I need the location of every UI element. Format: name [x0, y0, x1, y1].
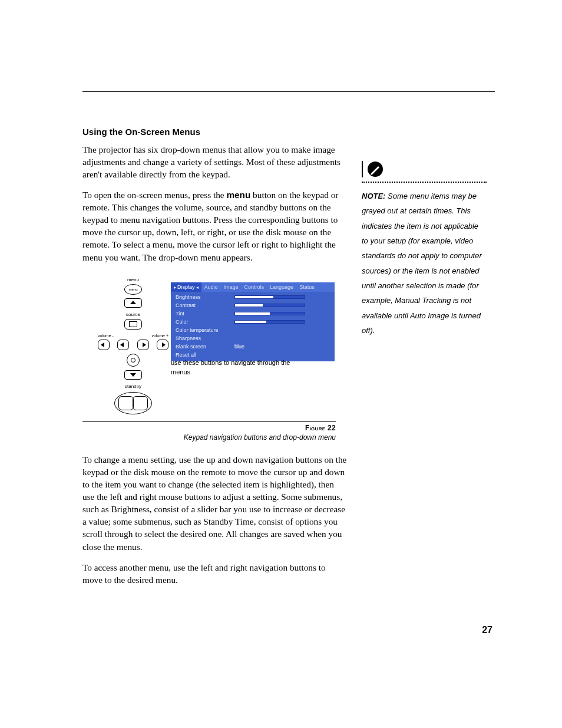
- slider-icon: [234, 295, 305, 299]
- center-button-icon: [127, 354, 140, 367]
- keypad-illustration: menu menu source volume - volume +: [98, 276, 168, 415]
- dotted-rule: [362, 182, 487, 183]
- down-button-icon: [124, 370, 142, 380]
- source-button-icon: [124, 319, 142, 330]
- figure-nav-note: use these buttons to navigate through th…: [171, 358, 300, 377]
- para2-a: To open the on-screen menus, press the: [82, 190, 226, 200]
- label-vol-minus: volume -: [98, 333, 114, 339]
- label-source: source: [98, 311, 168, 318]
- figure-22: menu menu source volume - volume +: [82, 276, 336, 418]
- note-text: NOTE: Some menu items may be grayed out …: [362, 189, 487, 338]
- main-column: Using the On-Screen Menus The projector …: [82, 126, 348, 594]
- osd-row-tint: Tint: [171, 309, 335, 318]
- vol-minus-button-icon: [117, 340, 129, 350]
- paragraph-1: The projector has six drop-down menus th…: [82, 143, 348, 180]
- note-body: Some menu items may be grayed out at cer…: [362, 192, 482, 335]
- left-button-icon: [98, 340, 110, 350]
- right-button-icon: [157, 340, 168, 350]
- osd-row-blank: Blank screen blue: [171, 342, 335, 351]
- osd-row-colortemp: Color temperature: [171, 326, 335, 334]
- pencil-circle-icon: [366, 160, 384, 178]
- side-column: NOTE: Some menu items may be grayed out …: [362, 160, 487, 338]
- osd-body: Brightness Contrast Tint Color: [171, 292, 335, 361]
- osd-tab-display: Display: [171, 282, 201, 292]
- note-bar-icon: [362, 161, 363, 177]
- vol-plus-button-icon: [137, 340, 149, 350]
- paragraph-3: To change a menu setting, use the up and…: [82, 453, 348, 553]
- page-number: 27: [482, 625, 492, 635]
- note-icon: [362, 160, 487, 178]
- label-standby: standby: [98, 383, 168, 390]
- osd-row-brightness: Brightness: [171, 293, 335, 301]
- figure-caption: Keypad navigation buttons and drop-down …: [82, 433, 336, 443]
- osd-row-sharpness: Sharpness: [171, 334, 335, 342]
- label-vol-plus: volume +: [151, 333, 168, 339]
- osd-tab-audio: Audio: [201, 282, 221, 292]
- mouse-buttons-icon: [114, 392, 152, 414]
- up-button-icon: [124, 298, 142, 308]
- paragraph-2: To open the on-screen menus, press the m…: [82, 189, 348, 263]
- osd-row-color: Color: [171, 318, 335, 326]
- menu-keyword: menu: [226, 190, 250, 200]
- osd-row-contrast: Contrast: [171, 301, 335, 309]
- osd-menu: Display Audio Image Controls Language St…: [171, 282, 335, 361]
- para2-b: button on the keypad or remote. This cha…: [82, 190, 338, 262]
- figure-rule: [82, 421, 336, 422]
- figure-label: Figure 22: [82, 423, 336, 433]
- top-rule: [82, 91, 495, 92]
- label-menu: menu: [98, 276, 168, 283]
- slider-icon: [234, 320, 305, 324]
- section-heading: Using the On-Screen Menus: [82, 126, 348, 139]
- paragraph-4: To access another menu, use the left and…: [82, 561, 348, 586]
- slider-icon: [234, 304, 305, 307]
- osd-tab-image: Image: [221, 282, 242, 292]
- slider-icon: [234, 312, 305, 315]
- osd-tab-status: Status: [296, 282, 318, 292]
- osd-tab-controls: Controls: [242, 282, 267, 292]
- osd-tab-bar: Display Audio Image Controls Language St…: [171, 282, 335, 292]
- menu-button-icon: menu: [124, 284, 142, 295]
- osd-tab-language: Language: [267, 282, 296, 292]
- note-label: NOTE:: [362, 192, 385, 200]
